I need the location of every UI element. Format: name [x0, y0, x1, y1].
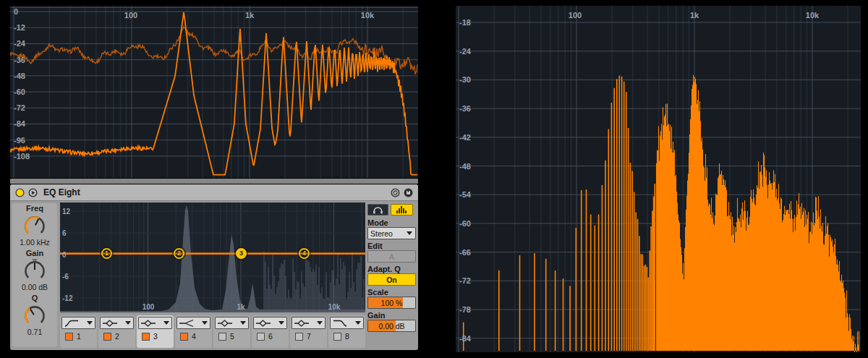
edit-ab-button[interactable]: A: [367, 250, 416, 263]
bell-filter-icon: [294, 319, 310, 328]
band-7-activator[interactable]: [295, 333, 303, 341]
svg-text:12: 12: [62, 208, 71, 216]
svg-text:-36: -36: [14, 56, 25, 64]
svg-text:-72: -72: [14, 103, 25, 112]
output-spectrum-canvas: 0-12-24-36-48-60-72-84-96-1081001k10k: [10, 6, 418, 178]
svg-text:-96: -96: [14, 136, 25, 145]
gain-knob[interactable]: [20, 258, 49, 283]
band-6-activator[interactable]: [257, 333, 265, 341]
freq-knob-value[interactable]: 1.00 kHz: [20, 238, 49, 247]
svg-text:-12: -12: [14, 23, 25, 32]
band-2: 2: [98, 315, 135, 348]
band-7-number: 7: [307, 332, 311, 341]
band-6: 6: [252, 315, 289, 348]
svg-text:-36: -36: [459, 104, 471, 113]
svg-text:-24: -24: [459, 47, 472, 56]
band-3-number: 3: [153, 332, 158, 341]
bell-filter-icon: [217, 319, 233, 328]
scale-field[interactable]: 100 %: [367, 297, 416, 309]
lowpass-filter-icon: [332, 319, 348, 328]
panel-divider: [10, 179, 418, 184]
q-knob-value[interactable]: 0.71: [27, 328, 42, 336]
eq-band-handle-2[interactable]: 2: [174, 248, 184, 259]
band-4-activator[interactable]: [180, 333, 188, 341]
chevron-down-icon: [125, 321, 131, 325]
svg-text:-54: -54: [459, 190, 472, 199]
band-8-activator[interactable]: [333, 333, 341, 341]
chevron-down-icon: [87, 321, 93, 325]
device-activator-led[interactable]: [15, 188, 25, 197]
band-4-filter-type-dropdown[interactable]: [176, 317, 210, 329]
chevron-down-icon: [202, 321, 208, 325]
q-knob[interactable]: [20, 303, 49, 328]
band-2-activator[interactable]: [103, 333, 111, 341]
svg-text:-66: -66: [459, 248, 471, 257]
svg-text:10k: 10k: [328, 303, 341, 311]
device-body: Freq 1.00 kHz Gain 0.00 dB Q 0.71 1260-6…: [10, 201, 418, 350]
svg-text:-60: -60: [14, 88, 25, 96]
highpass-filter-icon: [64, 319, 80, 328]
spectrum-toggle-button[interactable]: [391, 204, 413, 216]
scale-value: 100 %: [368, 297, 415, 308]
band-5-number: 5: [230, 332, 234, 341]
freq-knob-label: Freq: [26, 204, 43, 213]
filter-band-row: 12345678: [60, 315, 365, 348]
svg-text:0: 0: [14, 7, 18, 16]
mode-selector[interactable]: Stereo: [367, 227, 416, 239]
svg-text:-108: -108: [14, 152, 30, 161]
svg-text:-42: -42: [459, 133, 471, 142]
shelf-filter-icon: [179, 319, 195, 328]
spectrum-analyzer-panel: -18-24-30-36-42-48-54-60-66-72-78-841001…: [456, 6, 861, 352]
mode-label: Mode: [367, 218, 416, 227]
svg-text:-48: -48: [14, 72, 25, 80]
band-5-activator[interactable]: [218, 333, 226, 341]
eq-band-handle-4[interactable]: 4: [299, 248, 310, 259]
hot-swap-icon[interactable]: [391, 188, 400, 197]
preview-play-icon[interactable]: [28, 188, 38, 197]
band-6-filter-type-dropdown[interactable]: [253, 317, 287, 329]
eq-curve-display[interactable]: 1260-6-121001k10k 1234: [60, 203, 365, 312]
svg-text:10k: 10k: [806, 11, 820, 20]
output-gain-label: Gain: [367, 311, 416, 320]
svg-text:1k: 1k: [690, 11, 699, 20]
eq-band-handle-1[interactable]: 1: [101, 248, 112, 259]
chevron-down-icon: [407, 231, 412, 235]
svg-text:-6: -6: [62, 273, 69, 281]
svg-text:-18: -18: [459, 18, 471, 27]
band-1-number: 1: [77, 332, 81, 341]
band-7: 7: [290, 315, 327, 348]
svg-text:-78: -78: [459, 305, 471, 314]
output-spectrum-panel: 0-12-24-36-48-60-72-84-96-1081001k10k: [10, 6, 418, 178]
band-7-filter-type-dropdown[interactable]: [292, 317, 326, 329]
edit-label: Edit: [367, 242, 416, 250]
band-3-filter-type-dropdown[interactable]: [138, 317, 172, 329]
audition-button[interactable]: [367, 204, 388, 216]
svg-text:-84: -84: [14, 119, 26, 128]
bell-filter-icon: [102, 319, 118, 328]
band-2-filter-type-dropdown[interactable]: [100, 317, 134, 329]
save-preset-icon[interactable]: [404, 188, 413, 197]
band-3-activator[interactable]: [142, 333, 150, 341]
svg-text:-12: -12: [62, 294, 73, 302]
band-parameter-column: Freq 1.00 kHz Gain 0.00 dB Q 0.71: [12, 203, 57, 347]
band-8-number: 8: [345, 332, 349, 341]
svg-text:6: 6: [62, 229, 67, 237]
svg-text:1k: 1k: [237, 303, 245, 311]
output-gain-field[interactable]: 0.00 dB: [367, 320, 416, 332]
band-1-activator[interactable]: [65, 333, 73, 341]
band-8-filter-type-dropdown[interactable]: [330, 317, 364, 329]
output-gain-value: 0.00 dB: [368, 320, 415, 331]
band-1-filter-type-dropdown[interactable]: [61, 317, 95, 329]
band-4-number: 4: [192, 332, 196, 341]
band-4: 4: [175, 315, 212, 348]
eq-band-handle-3[interactable]: 3: [236, 248, 247, 259]
freq-knob[interactable]: [20, 213, 49, 238]
device-title-bar: EQ Eight: [10, 184, 418, 201]
gain-knob-value[interactable]: 0.00 dB: [22, 283, 48, 291]
mode-value: Stereo: [370, 229, 393, 238]
band-2-number: 2: [115, 332, 119, 341]
band-5-filter-type-dropdown[interactable]: [215, 317, 249, 329]
adapt-q-toggle[interactable]: On: [367, 273, 416, 286]
svg-text:-84: -84: [459, 334, 472, 343]
chevron-down-icon: [317, 321, 323, 325]
